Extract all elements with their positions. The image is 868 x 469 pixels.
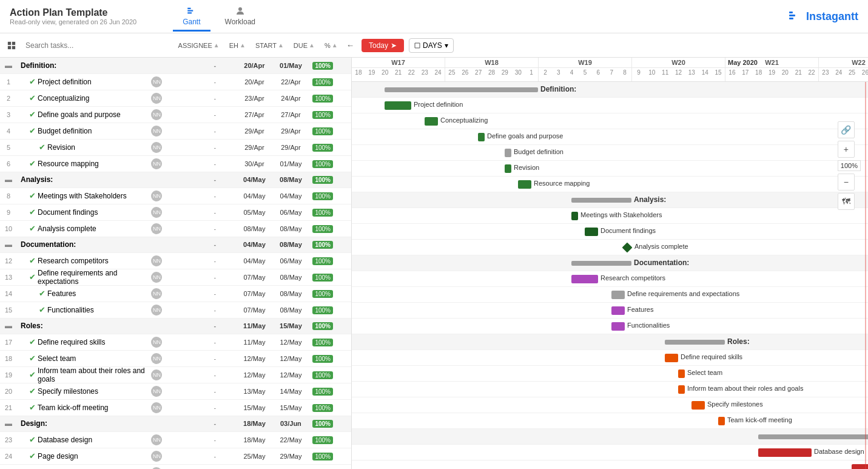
- zoom-in-button[interactable]: +: [838, 141, 855, 158]
- check-icon: ✔: [29, 191, 36, 200]
- section-label: Definition:: [21, 61, 56, 70]
- tab-workload[interactable]: Workload: [215, 2, 265, 32]
- avatar: NN: [151, 158, 162, 169]
- section-collapse-btn[interactable]: ▬: [0, 416, 17, 431]
- pct-badge: 100%: [312, 388, 333, 396]
- section-label: Roles:: [21, 322, 43, 330]
- pct-badge: 100%: [312, 127, 333, 135]
- gantt-body: Definition:Project definitionConceptuali…: [352, 82, 868, 469]
- gantt-task-row: Research competitors: [352, 271, 868, 287]
- section-collapse-btn[interactable]: ▬: [0, 318, 17, 334]
- month-label: May 2020: [725, 58, 760, 67]
- section-gantt-bar: [385, 87, 538, 92]
- section-collapse-btn[interactable]: ▬: [0, 237, 17, 252]
- map-button[interactable]: 🗺: [838, 193, 855, 210]
- zoom-display: 100%: [838, 160, 861, 171]
- gantt-bar: [425, 117, 438, 126]
- task-name: Define requirements and expectations: [38, 269, 151, 286]
- table-row: 13 ✔ Define requirements and expectation…: [0, 269, 351, 285]
- gantt-task-row: Analysis complete: [352, 240, 868, 255]
- pct-badge: 100%: [312, 339, 333, 346]
- table-row: 2 ✔ Conceptualizing NN - 23/Apr 24/Apr 1…: [0, 90, 351, 106]
- app-title: Action Plan Template: [10, 7, 136, 18]
- avatar: NN: [151, 126, 162, 137]
- gantt-bar: [758, 448, 812, 457]
- task-name: Select team: [38, 354, 76, 363]
- pct-badge: 100%: [312, 257, 333, 265]
- link-button[interactable]: 🔗: [838, 121, 855, 138]
- check-icon: ✔: [29, 93, 36, 103]
- section-label: Analysis:: [21, 175, 53, 184]
- gantt-section-row: Design:: [352, 429, 868, 445]
- app-header: Action Plan Template Read-only view, gen…: [0, 0, 868, 33]
- zoom-out-button[interactable]: −: [838, 174, 855, 191]
- section-gantt-label: Analysis:: [634, 195, 666, 204]
- gantt-task-row: Project definition: [352, 98, 868, 113]
- task-name: Conceptualizing: [38, 94, 89, 103]
- section-collapse-btn[interactable]: ▬: [0, 58, 17, 73]
- gantt-task-label: Analysis complete: [634, 243, 688, 250]
- check-icon: ✔: [29, 208, 36, 217]
- tab-gantt[interactable]: Gantt: [173, 2, 210, 32]
- gantt-section-row: Analysis:: [352, 192, 868, 208]
- gantt-task-row: Document findings: [352, 224, 868, 240]
- table-row: 12 ✔ Research competitors NN - 04/May 06…: [0, 252, 351, 269]
- nav-tabs: Gantt Workload: [173, 2, 265, 32]
- check-icon: ✔: [29, 110, 36, 119]
- table-row: 15 ✔ Functionalities NN - 07/May 08/May …: [0, 302, 351, 318]
- avatar: NN: [151, 434, 162, 445]
- gantt-task-row: Database design: [352, 445, 868, 461]
- pct-badge: 100%: [312, 111, 333, 119]
- gantt-task-label: Define goals and purpose: [487, 132, 563, 140]
- check-icon: ✔: [29, 386, 36, 396]
- table-row: 14 ✔ Features NN - 07/May 08/May 100%: [0, 285, 351, 302]
- gantt-task-label: Define required skills: [681, 353, 742, 360]
- task-name: Functionalities: [47, 306, 94, 314]
- pct-badge: 100%: [312, 274, 333, 282]
- gantt-task-label: Specify milestones: [707, 400, 763, 408]
- gantt-panel[interactable]: May 2020W1718192021222324W18252627282930…: [352, 58, 868, 469]
- gantt-bar: [678, 385, 685, 394]
- col-due-header: DUE ▲: [290, 42, 318, 49]
- check-icon: ✔: [29, 126, 36, 135]
- task-name: Database design: [38, 436, 92, 444]
- pct-badge: 100%: [312, 95, 333, 103]
- svg-rect-0: [187, 7, 190, 8]
- gantt-bar: [478, 133, 485, 141]
- section-label: Design:: [21, 419, 47, 428]
- right-controls: 🔗 + 100% − 🗺: [838, 121, 861, 210]
- app-subtitle: Read-only view, generated on 26 Jun 2020: [10, 18, 136, 25]
- task-name: Analysis complete: [38, 224, 96, 233]
- gantt-section-row: Definition:: [352, 82, 868, 98]
- check-icon: ✔: [29, 256, 36, 265]
- avatar: NN: [151, 305, 162, 315]
- section-gantt-bar: [571, 198, 631, 203]
- svg-rect-9: [8, 46, 11, 49]
- check-icon: ✔: [29, 337, 36, 346]
- gantt-bar: [611, 306, 625, 315]
- gantt-bar: [571, 212, 578, 220]
- svg-rect-4: [789, 12, 793, 13]
- gantt-bar: [678, 369, 685, 378]
- check-icon: ✔: [29, 159, 36, 168]
- table-row: 5 ✔ Revision NN - 29/Apr 29/Apr 100%: [0, 139, 351, 155]
- search-input[interactable]: [21, 39, 172, 52]
- svg-point-3: [238, 7, 242, 11]
- section-row: ▬ Definition: - 20/Apr 01/May 100%: [0, 58, 351, 73]
- section-gantt-bar: [571, 261, 631, 266]
- header-right: Instagantt: [788, 9, 858, 24]
- gantt-task-row: Features: [352, 303, 868, 319]
- svg-rect-8: [12, 41, 15, 44]
- table-row: 8 ✔ Meetings with Stakeholders NN - 04/M…: [0, 187, 351, 204]
- expand-collapse-all-button[interactable]: [5, 39, 18, 52]
- table-row: 18 ✔ Select team NN - 12/May 12/May 100%: [0, 350, 351, 366]
- section-row: ▬ Documentation: - 04/May 08/May 100%: [0, 237, 351, 252]
- section-gantt-label: Documentation:: [634, 258, 689, 267]
- section-collapse-btn[interactable]: ▬: [0, 172, 17, 187]
- days-button[interactable]: DAYS ▾: [409, 38, 454, 53]
- gantt-section-row: Roles:: [352, 334, 868, 350]
- today-button[interactable]: Today ➤: [362, 39, 404, 52]
- toolbar: ASSIGNEE ▲ EH ▲ START ▲ DUE ▲ % ▲ ← Toda…: [0, 33, 868, 58]
- section-gantt-bar: [758, 434, 868, 439]
- back-button[interactable]: ←: [344, 38, 357, 52]
